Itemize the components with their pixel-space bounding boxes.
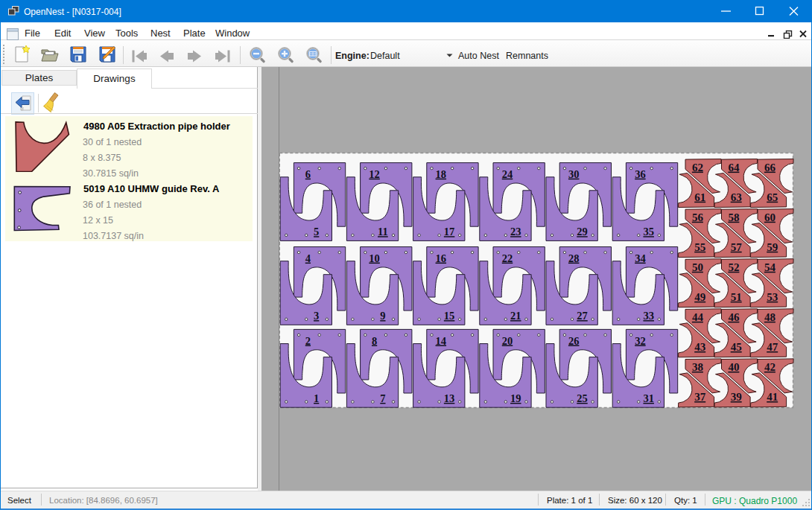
svg-text:45: 45	[731, 341, 742, 353]
svg-text:62: 62	[692, 162, 703, 173]
svg-text:36: 36	[635, 168, 646, 180]
svg-text:19: 19	[510, 392, 521, 404]
svg-text:48: 48	[764, 311, 775, 323]
svg-text:2: 2	[305, 335, 311, 347]
svg-text:55: 55	[694, 241, 705, 253]
svg-text:51: 51	[731, 291, 742, 303]
svg-text:50: 50	[692, 261, 703, 273]
svg-text:54: 54	[764, 261, 776, 273]
svg-text:52: 52	[728, 261, 739, 273]
svg-text:60: 60	[764, 211, 775, 223]
svg-text:43: 43	[694, 341, 705, 353]
svg-text:49: 49	[694, 291, 705, 303]
svg-text:64: 64	[728, 162, 740, 173]
svg-text:44: 44	[692, 311, 704, 323]
svg-text:1: 1	[314, 392, 319, 404]
svg-text:11: 11	[378, 226, 388, 238]
svg-text:53: 53	[767, 291, 778, 303]
svg-text:5: 5	[314, 226, 319, 238]
svg-text:9: 9	[380, 310, 385, 322]
svg-text:17: 17	[444, 226, 455, 238]
svg-text:16: 16	[436, 252, 447, 264]
svg-text:40: 40	[728, 361, 739, 373]
svg-text:20: 20	[502, 335, 513, 347]
svg-text:8: 8	[372, 335, 377, 347]
svg-text:4: 4	[305, 252, 311, 264]
svg-text:66: 66	[764, 162, 776, 173]
svg-text:12: 12	[369, 168, 380, 180]
svg-text:15: 15	[444, 310, 455, 322]
svg-text:37: 37	[694, 391, 706, 403]
svg-text:6: 6	[305, 168, 311, 180]
svg-text:35: 35	[643, 226, 654, 238]
svg-text:42: 42	[764, 361, 775, 373]
svg-text:30: 30	[568, 168, 580, 180]
svg-text:58: 58	[728, 211, 739, 223]
svg-text:57: 57	[731, 241, 743, 253]
svg-text:33: 33	[643, 310, 654, 322]
svg-text:47: 47	[767, 341, 778, 353]
svg-text:18: 18	[436, 168, 447, 180]
svg-text:3: 3	[314, 310, 319, 322]
svg-text:65: 65	[767, 191, 778, 203]
svg-text:38: 38	[692, 361, 703, 373]
svg-text:7: 7	[380, 392, 385, 404]
svg-text:46: 46	[728, 311, 740, 323]
svg-text:61: 61	[694, 191, 705, 203]
svg-text:31: 31	[643, 392, 654, 404]
svg-text:10: 10	[369, 252, 380, 264]
svg-text:21: 21	[510, 310, 521, 322]
svg-text:41: 41	[767, 391, 778, 403]
svg-text:14: 14	[436, 335, 447, 347]
svg-text:13: 13	[444, 392, 455, 404]
svg-text:59: 59	[767, 241, 778, 253]
svg-text:26: 26	[568, 335, 580, 347]
svg-text:56: 56	[692, 211, 704, 223]
svg-text:32: 32	[635, 335, 646, 347]
svg-text:39: 39	[731, 391, 742, 403]
svg-text:29: 29	[577, 226, 588, 238]
svg-text:25: 25	[577, 392, 588, 404]
svg-text:27: 27	[577, 310, 588, 322]
svg-text:63: 63	[731, 191, 742, 203]
svg-text:34: 34	[635, 252, 646, 264]
svg-text:28: 28	[568, 252, 580, 264]
svg-text:22: 22	[502, 252, 513, 264]
svg-text:24: 24	[502, 168, 513, 180]
svg-text:23: 23	[510, 226, 521, 238]
